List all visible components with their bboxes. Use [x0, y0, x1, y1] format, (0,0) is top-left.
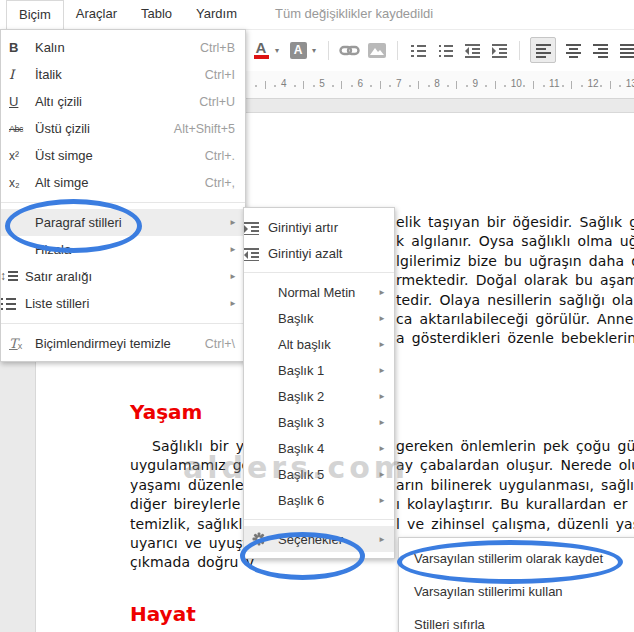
menu-shortcut: Ctrl+.	[205, 149, 245, 163]
decrease-indent-button[interactable]	[462, 38, 482, 62]
menubar-item-tools[interactable]: Araçlar	[64, 0, 129, 29]
ruler-number: 10	[511, 78, 522, 89]
align-right-button[interactable]	[590, 38, 610, 62]
menu-item-reset-styles[interactable]: Stilleri sıfırla	[399, 608, 634, 632]
submenu-arrow-icon: ►	[378, 340, 394, 349]
menubar-item-help[interactable]: Yardım	[184, 0, 249, 29]
site-watermark: alders.com	[183, 450, 409, 485]
ruler-tick	[313, 85, 315, 87]
ruler-tick	[543, 85, 545, 87]
italic-icon	[1, 67, 35, 82]
ruler-tick	[380, 81, 381, 89]
text-color-caret-icon[interactable]: ▾	[275, 46, 279, 55]
document-text-line: lgilerimiz bize bu uğraşın daha doğr	[396, 253, 634, 269]
menu-item-heading-3[interactable]: Başlık 3►	[244, 409, 394, 435]
ruler-tick	[428, 85, 430, 87]
menu-item-strikethrough[interactable]: Üstü çiziliAlt+Shift+5	[1, 115, 245, 142]
submenu-arrow-icon: ►	[378, 366, 394, 375]
document-text-line: ı kolaylaştırır. Bu kurallardan er	[396, 496, 628, 512]
menu-bar: BiçimAraçlarTabloYardım Tüm değişiklikle…	[0, 0, 634, 30]
ruler-tick	[370, 85, 372, 87]
menu-item-bold[interactable]: KalınCtrl+B	[1, 34, 245, 61]
menu-item-label: Girintiyi artır	[268, 220, 394, 235]
ruler-tick	[523, 85, 525, 87]
insert-link-button[interactable]	[339, 38, 360, 62]
strikethrough-icon	[1, 124, 35, 134]
ruler-tick	[341, 81, 342, 89]
text-color-button[interactable]: A	[251, 38, 271, 62]
highlight-color-caret-icon[interactable]: ▾	[312, 46, 316, 55]
document-text-line: a gösterdikleri özenle bebeklerine s	[396, 330, 634, 346]
menu-item-label: Normal Metin	[278, 285, 378, 300]
highlight-color-button[interactable]: A	[288, 38, 308, 62]
ruler-tick	[485, 85, 487, 87]
numbered-list-button[interactable]	[408, 38, 428, 62]
submenu-arrow-icon: ►	[378, 288, 394, 297]
menubar-item-table[interactable]: Tablo	[129, 0, 184, 29]
menu-item-normal-text[interactable]: Normal Metin►	[244, 279, 394, 305]
annotation-ellipse-paragraph-styles	[5, 199, 142, 253]
menu-separator	[244, 519, 394, 520]
menu-item-increase-indent[interactable]: Girintiyi artır	[244, 214, 394, 240]
menu-item-label: Liste stilleri	[25, 296, 229, 311]
menu-item-italic[interactable]: İtalikCtrl+I	[1, 61, 245, 88]
insert-image-icon	[368, 43, 386, 58]
document-heading-hayat: Hayat	[130, 602, 196, 626]
ruler-tick	[466, 85, 468, 87]
bulleted-list-icon	[438, 43, 453, 58]
menu-item-superscript[interactable]: Üst simgeCtrl+.	[1, 142, 245, 169]
menu-item-label: Varsayılan stillerimi kullan	[414, 584, 634, 599]
document-text-line: tedir. Olaya nesillerin sağlığı olarak	[396, 292, 634, 308]
document-text-line: k algılanır. Oysa sağlıklı olma uğrund	[396, 233, 634, 249]
menu-item-label: Alt simge	[35, 175, 205, 190]
menu-item-clear-formatting[interactable]: Biçimlendirmeyi temizleCtrl+\	[1, 330, 245, 357]
ruler-tick	[332, 85, 334, 87]
increase-indent-icon	[492, 43, 507, 58]
menu-item-line-spacing[interactable]: Satır aralığı►	[1, 263, 245, 290]
insert-image-button[interactable]	[367, 38, 387, 62]
bold-icon	[1, 40, 35, 55]
ruler-number: 4	[281, 78, 287, 89]
align-center-button[interactable]	[563, 38, 583, 62]
menu-item-heading-6[interactable]: Başlık 6►	[244, 487, 394, 513]
menu-item-underline[interactable]: Altı çiziliCtrl+U	[1, 88, 245, 115]
menu-item-title[interactable]: Başlık►	[244, 305, 394, 331]
ruler-tick	[351, 85, 353, 87]
underline-icon	[1, 94, 35, 109]
submenu-arrow-icon: ►	[378, 392, 394, 401]
document-text-line: gereken önlemlerin pek çoğu gün	[396, 438, 634, 454]
align-right-icon	[593, 43, 608, 58]
ruler-number: 13	[626, 78, 634, 89]
justify-button[interactable]	[617, 38, 634, 62]
ruler-tick	[610, 81, 611, 89]
toolbar-separator	[328, 41, 329, 60]
justify-icon	[620, 43, 634, 58]
paragraph-styles-submenu: Girintiyi artırGirintiyi azaltNormal Met…	[243, 207, 395, 559]
menubar-item-format[interactable]: Biçim	[6, 0, 64, 29]
ruler-tick	[456, 81, 457, 89]
text-color-bar	[254, 55, 269, 59]
menu-item-subtitle[interactable]: Alt başlık►	[244, 331, 394, 357]
document-text-line: uyarıcı ve uyuşt	[130, 535, 248, 551]
ruler-tick	[562, 85, 564, 87]
align-left-icon	[536, 43, 551, 58]
menu-shortcut: Ctrl+,	[205, 176, 245, 190]
menu-item-label: Başlık 6	[278, 493, 378, 508]
bulleted-list-button[interactable]	[435, 38, 455, 62]
align-left-button[interactable]	[530, 37, 556, 63]
format-menu: KalınCtrl+BİtalikCtrl+IAltı çiziliCtrl+U…	[0, 29, 246, 362]
ruler-number: 5	[319, 78, 325, 89]
menu-item-heading-1[interactable]: Başlık 1►	[244, 357, 394, 383]
ruler-tick	[255, 85, 257, 87]
menu-item-label: Başlık	[278, 311, 378, 326]
ruler-tick	[495, 81, 496, 89]
menu-item-decrease-indent[interactable]: Girintiyi azalt	[244, 240, 394, 266]
increase-indent-button[interactable]	[489, 38, 509, 62]
menu-item-subscript[interactable]: Alt simgeCtrl+,	[1, 169, 245, 196]
menu-item-heading-2[interactable]: Başlık 2►	[244, 383, 394, 409]
document-text-line: l ve zihinsel çalışma, düzenli yaşa	[396, 516, 634, 532]
menu-item-label: Girintiyi azalt	[268, 246, 394, 261]
toolbar-separator	[519, 41, 520, 60]
text-color-icon: A	[256, 41, 267, 54]
menu-item-list-styles[interactable]: Liste stilleri►	[1, 290, 245, 317]
